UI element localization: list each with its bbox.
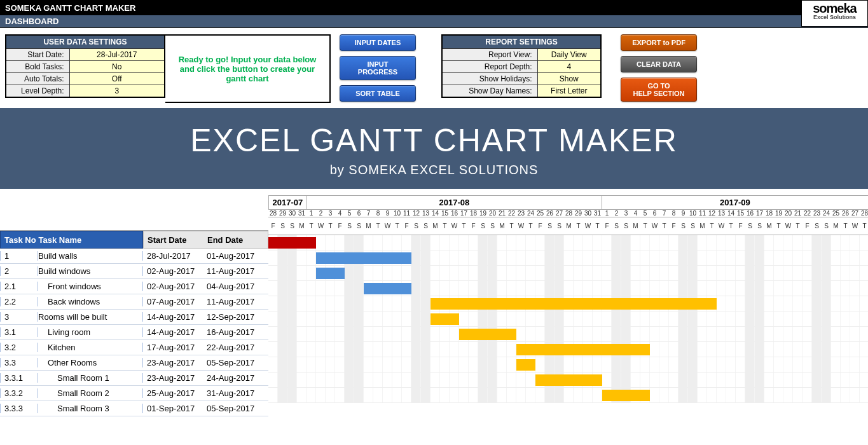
user-settings-title: USER DATA SETTINGS: [6, 35, 165, 49]
day-letter: M: [698, 222, 707, 229]
day-number: 25: [831, 210, 841, 217]
day-number: 23: [812, 210, 822, 217]
day-letter: F: [535, 222, 545, 229]
go-to-help-section-button[interactable]: GO TO HELP SECTION: [621, 78, 697, 102]
day-letter: S: [612, 222, 621, 229]
input-dates-button[interactable]: INPUT DATES: [340, 34, 416, 51]
day-letter: M: [297, 222, 307, 229]
task-start: 23-Aug-2017: [143, 358, 207, 367]
calendar-side: 2017-072017-082017-09 282930311234567891…: [268, 195, 868, 416]
day-letter: T: [793, 222, 803, 229]
day-number: 28: [564, 210, 574, 217]
gantt-bar[interactable]: [431, 313, 459, 325]
setting-label: Show Holidays:: [442, 73, 537, 85]
gantt-bar[interactable]: [316, 268, 345, 279]
day-letter: F: [669, 222, 679, 229]
task-row[interactable]: 3 Rooms will be built 14-Aug-2017 12-Sep…: [0, 310, 268, 325]
day-number: 15: [736, 210, 745, 217]
setting-value[interactable]: Off: [69, 73, 165, 85]
day-letter: M: [564, 222, 574, 229]
gantt-bar[interactable]: [364, 283, 411, 294]
setting-label: Auto Totals:: [6, 73, 69, 85]
task-row[interactable]: 1 Build walls 28-Jul-2017 01-Aug-2017: [0, 249, 268, 264]
gantt-row: [268, 235, 868, 250]
gantt-row: [268, 250, 868, 266]
month-header: 2017-08: [307, 196, 602, 209]
day-letter: F: [469, 222, 478, 229]
day-number: 9: [679, 210, 688, 217]
setting-value[interactable]: 3: [69, 85, 165, 98]
day-letter: M: [631, 222, 640, 229]
task-row[interactable]: 2 Build windows 02-Aug-2017 11-Aug-2017: [0, 264, 268, 279]
header-task-no: Task No: [1, 235, 39, 245]
clear-data-button[interactable]: CLEAR DATA: [621, 56, 697, 72]
task-row[interactable]: 2.2 Back windows 07-Aug-2017 11-Aug-2017: [0, 294, 268, 310]
day-number: 31: [593, 210, 602, 217]
gantt-bar[interactable]: [602, 390, 650, 401]
report-settings-table: REPORT SETTINGS Report View:Daily ViewRe…: [441, 34, 602, 98]
action-buttons-right: EXPORT to PDFCLEAR DATAGO TO HELP SECTIO…: [621, 34, 697, 102]
gantt-bar[interactable]: [535, 374, 602, 386]
day-number: 19: [478, 210, 488, 217]
task-row[interactable]: 3.3.3 Small Room 3 01-Sep-2017 05-Sep-20…: [0, 401, 268, 416]
day-letter: T: [860, 222, 868, 229]
day-letter: W: [383, 222, 392, 229]
setting-value[interactable]: 28-Jul-2017: [69, 49, 165, 61]
task-end: 01-Aug-2017: [207, 251, 267, 261]
gantt-bar[interactable]: [459, 329, 516, 340]
gantt-bar[interactable]: [268, 237, 316, 249]
gantt-bar[interactable]: [516, 359, 535, 371]
day-number: 22: [803, 210, 812, 217]
day-letter: S: [621, 222, 631, 229]
task-row[interactable]: 3.1 Living room 14-Aug-2017 16-Aug-2017: [0, 325, 268, 340]
day-number: 26: [841, 210, 850, 217]
gantt-bar[interactable]: [516, 344, 650, 355]
task-name: Build walls: [38, 251, 143, 261]
gantt-bar[interactable]: [316, 252, 411, 264]
task-row[interactable]: 3.3.2 Small Room 2 25-Aug-2017 31-Aug-20…: [0, 386, 268, 401]
day-number-row: 2829303112345678910111213141516171819202…: [268, 210, 868, 217]
task-row[interactable]: 3.3 Other Rooms 23-Aug-2017 05-Sep-2017: [0, 355, 268, 371]
task-start: 01-Sep-2017: [143, 404, 207, 413]
day-number: 17: [755, 210, 764, 217]
day-letter: T: [593, 222, 602, 229]
setting-value[interactable]: No: [69, 61, 165, 73]
task-row[interactable]: 3.2 Kitchen 17-Aug-2017 22-Aug-2017: [0, 340, 268, 355]
day-number: 8: [373, 210, 383, 217]
day-number: 4: [631, 210, 640, 217]
setting-value[interactable]: Show: [537, 73, 601, 85]
day-letter: F: [736, 222, 745, 229]
day-number: 21: [497, 210, 507, 217]
sort-table-button[interactable]: SORT TABLE: [340, 85, 416, 102]
day-letter: T: [526, 222, 535, 229]
day-number: 30: [287, 210, 297, 217]
task-no: 2: [0, 266, 38, 276]
setting-value[interactable]: First Letter: [537, 85, 601, 98]
day-letter: T: [307, 222, 316, 229]
day-number: 29: [574, 210, 583, 217]
input-progress-button[interactable]: INPUT PROGRESS: [340, 56, 416, 80]
day-letter: W: [650, 222, 659, 229]
export-to-pdf-button[interactable]: EXPORT to PDF: [621, 34, 697, 51]
user-settings-table: USER DATA SETTINGS Start Date:28-Jul-201…: [5, 34, 165, 98]
day-letter: S: [421, 222, 431, 229]
task-no: 3: [0, 312, 38, 322]
gantt-chart: Task No Task Name Start Date End Date 1 …: [0, 195, 868, 416]
day-letter: F: [402, 222, 411, 229]
task-row[interactable]: 2.1 Front windows 02-Aug-2017 04-Aug-201…: [0, 279, 268, 294]
setting-value[interactable]: Daily View: [537, 49, 601, 61]
task-row[interactable]: 3.3.1 Small Room 1 23-Aug-2017 24-Aug-20…: [0, 371, 268, 386]
day-letter: T: [726, 222, 736, 229]
task-end: 12-Sep-2017: [207, 312, 267, 322]
status-message: Ready to go! Input your data below and c…: [165, 34, 331, 103]
day-number: 23: [516, 210, 526, 217]
task-end: 05-Sep-2017: [207, 358, 267, 367]
setting-value[interactable]: 4: [537, 61, 601, 73]
gantt-row: [268, 266, 868, 281]
task-no: 2.2: [0, 297, 38, 306]
gantt-bar[interactable]: [431, 298, 717, 310]
task-start: 02-Aug-2017: [143, 282, 207, 291]
day-number: 12: [707, 210, 717, 217]
gantt-row: [268, 342, 868, 357]
day-number: 3: [326, 210, 335, 217]
